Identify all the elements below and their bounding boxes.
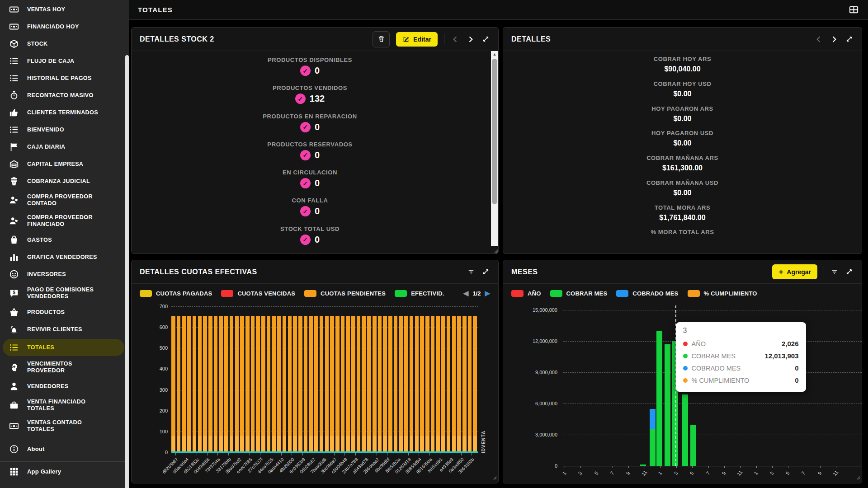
stat-label: PRODUCTOS VENDIDOS: [273, 84, 347, 91]
stat-label: HOY PAGARON ARS: [651, 105, 713, 112]
sidebar-item-app-gallery[interactable]: App Gallery: [0, 461, 129, 482]
bar: [346, 316, 350, 452]
sidebar-item-financiado-hoy[interactable]: FINANCIADO HOY: [0, 18, 129, 35]
resize-corner-icon[interactable]: [492, 474, 497, 482]
sidebar-item-about[interactable]: About: [0, 439, 129, 459]
stat-number: 0: [315, 66, 320, 76]
sidebar-item-ventas-contado-totales[interactable]: VENTAS CONTADO TOTALES: [0, 416, 129, 436]
x-axis-tick-label: 7: [798, 467, 809, 479]
briefcase-icon: [8, 400, 20, 410]
sidebar-item-capital-empresa[interactable]: CAPITAL EMPRESA: [0, 155, 129, 173]
sidebar-item-revivir-clientes[interactable]: REVIVIR CLIENTES: [0, 321, 129, 338]
x-axis-tick: [366, 453, 366, 455]
x-axis-tick: [440, 453, 440, 455]
stat-row: PRODUCTOS DISPONIBLES✓0: [268, 56, 352, 84]
sidebar-item-label: VENDEDORES: [27, 383, 69, 390]
sidebar-item-recontacto-masivo[interactable]: RECONTACTO MASIVO: [0, 87, 129, 104]
sidebar-item-gastos[interactable]: GASTOS: [0, 231, 129, 249]
expand-icon[interactable]: [845, 35, 854, 43]
chevron-left-icon[interactable]: [814, 35, 823, 44]
stock-stats: PRODUCTOS DISPONIBLES✓0PRODUCTOS VENDIDO…: [132, 51, 488, 253]
bar: [230, 316, 234, 452]
sidebar-item-cobranza-judicial[interactable]: COBRANZA JUDICIAL: [0, 173, 129, 190]
sidebar-item-productos[interactable]: PRODUCTOS: [0, 304, 129, 321]
sidebar-item-label: COMPRA PROVEEDOR CONTADO: [27, 193, 105, 207]
table-grid-icon[interactable]: [849, 5, 859, 15]
sidebar-item-label: VENTAS CONTADO TOTALES: [27, 419, 105, 433]
gridline: [171, 306, 478, 307]
stat-value: $0.00: [673, 115, 691, 123]
panel-detalles: DETALLES COBRAR HOY ARS$90,040.00COBRAR …: [503, 27, 862, 254]
edit-pencil-icon: [402, 36, 410, 43]
banknote-icon: [8, 5, 20, 14]
sidebar-item-totales[interactable]: TOTALES: [3, 339, 124, 356]
bar: [335, 316, 340, 452]
head-plus-icon: [8, 362, 20, 372]
sidebar-item-stock[interactable]: STOCK: [0, 35, 129, 52]
bar: [388, 316, 392, 452]
sidebar-item-caja-diaria[interactable]: CAJA DIARIA: [0, 138, 129, 155]
resize-corner-icon[interactable]: [856, 474, 860, 482]
x-axis-line: [563, 466, 862, 466]
gridline: [563, 435, 862, 435]
stat-value: $90,040.00: [664, 65, 700, 73]
chevron-right-icon[interactable]: [830, 35, 839, 44]
sidebar-item-grafica-vendedores[interactable]: GRAFICA VENDEDORES: [0, 249, 129, 266]
bar-cobrar-mes: [690, 425, 696, 466]
x-axis-tick: [472, 453, 472, 455]
sidebar-item-venta-financiado-totales[interactable]: VENTA FINANCIADO TOTALES: [0, 395, 129, 416]
sidebar-item-compra-proveedor-contado[interactable]: COMPRA PROVEEDOR CONTADO: [0, 190, 129, 211]
sidebar-item-label: VENTA FINANCIADO TOTALES: [27, 399, 105, 412]
sidebar-item-label: STOCK: [27, 41, 48, 47]
stat-row: CON FALLA✓0: [292, 197, 328, 225]
bar: [357, 316, 361, 452]
scroll-up-arrow-icon[interactable]: ▲: [491, 52, 498, 56]
stat-label: CON FALLA: [292, 197, 328, 204]
chevron-left-icon[interactable]: [451, 35, 460, 44]
bar: [193, 316, 197, 452]
expand-icon[interactable]: [481, 35, 490, 43]
sidebar-item-flujo-de-caja[interactable]: FLUJO DE CAJA: [0, 52, 129, 70]
bar: [245, 316, 250, 452]
sidebar-item-compra-proveedor-financiado[interactable]: COMPRA PROVEEDOR FINANCIADO: [0, 211, 129, 231]
stat-number: 0: [315, 150, 320, 160]
sidebar-item-label: BIENVENIDO: [27, 127, 64, 133]
stat-row: EN CIRCULACION✓0: [283, 169, 337, 197]
sidebar-item-ventas-hoy[interactable]: VENTAS HOY: [0, 1, 129, 18]
x-axis-tick: [207, 453, 208, 455]
bar: [367, 316, 371, 452]
sidebar-item-label: PAGO DE COMISIONES VENDEDORES: [27, 286, 105, 300]
stat-number: 0: [315, 235, 320, 245]
sidebar-item-inversores[interactable]: INVERSORES: [0, 266, 129, 283]
bar: [394, 316, 398, 452]
bar: [177, 316, 181, 452]
stat-label: % MORA TOTAL ARS: [651, 229, 714, 235]
x-axis-tick-label: 1: [750, 467, 761, 479]
x-axis-tick: [451, 453, 451, 455]
sidebar-item-historial-de-pagos[interactable]: HISTORIAL DE PAGOS: [0, 70, 129, 87]
sidebar-item-pago-de-comisiones-vendedores[interactable]: $PAGO DE COMISIONES VENDEDORES: [0, 283, 129, 304]
resize-corner-icon[interactable]: [491, 246, 498, 253]
sidebar-item-bienvenido[interactable]: BIENVENIDO: [0, 121, 129, 138]
bar-chart-icon: [8, 252, 20, 262]
sidebar-item-label: GRAFICA VENDEDORES: [27, 254, 97, 261]
chevron-right-icon[interactable]: [466, 35, 475, 44]
sidebar-item-vendedores[interactable]: VENDEDORES: [0, 378, 129, 395]
edit-button[interactable]: Editar: [396, 32, 438, 47]
x-axis-tick: [186, 453, 186, 455]
stat-row: STOCK TOTAL USD✓0: [280, 225, 340, 253]
sidebar-item-label: RECONTACTO MASIVO: [27, 92, 94, 99]
panel-scrollbar[interactable]: ▲: [491, 51, 498, 253]
chart-tooltip: 3AÑO2,026COBRAR MES12,013,903COBRADO MES…: [676, 322, 806, 392]
check-circle-icon: ✓: [300, 178, 311, 188]
sidebar-scrollbar[interactable]: [125, 55, 129, 488]
x-axis-tick: [239, 453, 239, 455]
bar-cobrar-mes: [640, 465, 646, 466]
sidebar-item-vencimientos-proveedor[interactable]: VENCIMIENTOS PROVEEDOR: [0, 357, 129, 378]
scrollbar-thumb[interactable]: [492, 59, 497, 204]
svg-text:$: $: [13, 290, 15, 295]
bar: [473, 316, 477, 452]
bar: [447, 316, 451, 452]
delete-button[interactable]: [373, 31, 390, 47]
sidebar-item-clientes-terminados[interactable]: CLIENTES TERMINADOS: [0, 104, 129, 121]
